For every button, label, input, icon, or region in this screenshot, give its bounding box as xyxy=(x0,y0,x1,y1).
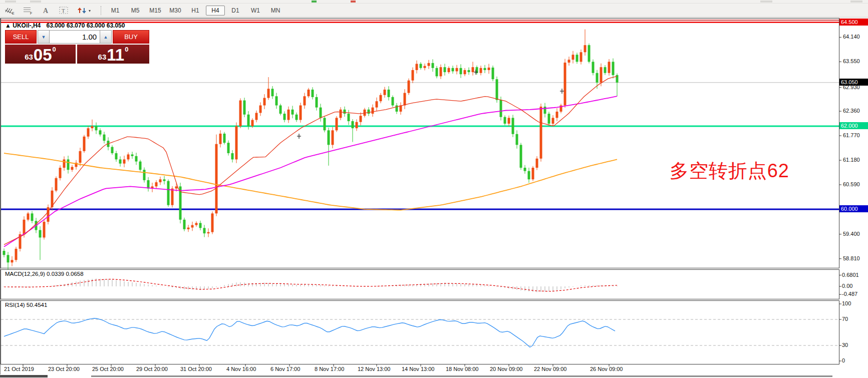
bid-price-tile[interactable]: 63 05 0 xyxy=(5,45,76,64)
price-tick-62.360: 62.360 xyxy=(843,108,860,114)
macd-axis-label: 0.6801 xyxy=(842,272,859,278)
ask-sup-digit: 0 xyxy=(125,46,128,53)
date-label: 29 Oct 20:00 xyxy=(136,366,168,372)
rsi-indicator-label: RSI(14) 50.4541 xyxy=(5,302,47,308)
price-tick-59.400: 59.400 xyxy=(843,231,860,237)
price-tick-60.590: 60.590 xyxy=(843,181,860,187)
date-label: 6 Nov 17:00 xyxy=(270,366,300,372)
macd-axis-label: 0.00 xyxy=(842,283,852,289)
price-badge-63.050: 63.050 xyxy=(839,79,868,86)
ask-prefix: 63 xyxy=(98,53,107,61)
sell-button[interactable]: SELL xyxy=(5,30,37,44)
date-label: 8 Nov 17:00 xyxy=(315,366,344,372)
rsi-axis-label: 100 xyxy=(842,300,851,306)
buy-button[interactable]: BUY xyxy=(113,30,149,44)
price-tick-61.180: 61.180 xyxy=(843,157,860,163)
price-tick-64.140: 64.140 xyxy=(843,34,860,40)
ask-big-digits: 11 xyxy=(107,48,124,63)
date-label: 18 Nov 08:00 xyxy=(446,366,478,372)
date-label: 25 Oct 20:00 xyxy=(92,366,124,372)
ohlc-values: 63.000 63.070 63.000 63.050 xyxy=(47,22,125,29)
date-label: 31 Oct 20:00 xyxy=(180,366,212,372)
date-label: 12 Nov 13:00 xyxy=(358,366,390,372)
price-tick-61.770: 61.770 xyxy=(843,132,860,138)
date-label: 23 Oct 20:00 xyxy=(48,366,80,372)
bid-prefix: 63 xyxy=(25,53,33,61)
ask-price-tile[interactable]: 63 11 0 xyxy=(77,45,149,64)
rsi-axis-label: 0 xyxy=(842,357,845,363)
date-label: 20 Nov 09:00 xyxy=(490,366,522,372)
price-badge-62.000: 62.000 xyxy=(839,122,868,129)
date-label: 26 Nov 09:00 xyxy=(590,366,623,372)
trading-platform-window: E F A T M1M5M15M30H1H4D1W1MN ▲ UKOil-,H4… xyxy=(0,0,868,378)
date-label: 4 Nov 16:00 xyxy=(226,366,256,372)
macd-axis-label: -0.487 xyxy=(842,291,857,297)
date-label: 21 Oct 2019 xyxy=(4,366,34,372)
rsi-axis-label: 30 xyxy=(842,342,848,348)
price-tick-63.550: 63.550 xyxy=(843,58,860,64)
one-click-trade-panel: SELL ▼ ▲ BUY 63 05 0 63 11 0 xyxy=(5,30,149,64)
collapse-arrow-icon[interactable]: ▲ xyxy=(5,22,11,29)
scrollbar-thumb[interactable] xyxy=(0,375,48,377)
date-label: 22 Nov 09:00 xyxy=(534,366,566,372)
price-badge-64.500: 64.500 xyxy=(839,19,868,26)
volume-decrease-button[interactable]: ▼ xyxy=(38,30,50,44)
volume-input[interactable] xyxy=(50,30,100,44)
price-tick-58.810: 58.810 xyxy=(843,255,860,261)
date-label: 14 Nov 13:00 xyxy=(402,366,434,372)
symbol-label: UKOil-,H4 xyxy=(13,22,41,29)
horizontal-scrollbar[interactable] xyxy=(0,374,868,378)
chart-symbol-title: ▲ UKOil-,H4 63.000 63.070 63.000 63.050 xyxy=(5,22,125,29)
rsi-axis-label: 70 xyxy=(842,316,848,322)
scrollbar-track xyxy=(91,375,832,377)
chinese-annotation-text: 多空转折点62 xyxy=(670,158,789,184)
pane-border xyxy=(1,301,839,364)
bid-sup-digit: 0 xyxy=(53,46,56,53)
bid-big-digits: 05 xyxy=(34,48,52,63)
volume-increase-button[interactable]: ▲ xyxy=(100,30,112,44)
macd-indicator-label: MACD(12,26,9) 0.0339 0.0658 xyxy=(5,271,84,277)
price-badge-60.000: 60.000 xyxy=(839,205,868,212)
